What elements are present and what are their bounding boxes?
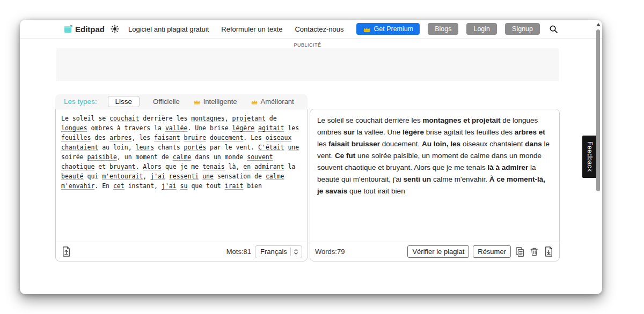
language-selected-value: Français <box>260 248 287 256</box>
sun-icon <box>110 24 120 34</box>
trash-icon <box>529 246 539 257</box>
crown-icon <box>193 99 201 104</box>
notepad-logo-icon <box>64 25 73 34</box>
brand-logo[interactable]: Editpad <box>64 25 105 34</box>
result-word-count: Words:79 <box>315 248 345 256</box>
tab-label: Améliorant <box>261 98 294 106</box>
page: Editpad Logiciel anti plagiat gratuit Re… <box>0 0 644 314</box>
login-button[interactable]: Login <box>466 23 497 35</box>
ad-label: PUBLICITÉ <box>56 42 559 48</box>
nav-link-paraphrase[interactable]: Reformuler un texte <box>221 25 282 33</box>
triangle-up-icon[interactable] <box>596 23 601 26</box>
nav-link-plagiarism[interactable]: Logiciel anti plagiat gratuit <box>128 25 209 33</box>
language-select[interactable]: Français <box>255 245 302 258</box>
tab-label: Officielle <box>153 98 180 106</box>
select-right <box>290 248 298 256</box>
tabs-caption: Les types: <box>64 98 97 106</box>
mode-tabs-bar: Les types: Lisse Officielle Intelligente… <box>55 94 308 109</box>
ad-placeholder <box>56 48 559 81</box>
tab-intelligente[interactable]: Intelligente <box>193 98 237 106</box>
tab-label: Intelligente <box>203 98 237 106</box>
summarize-button[interactable]: Résumer <box>473 245 511 258</box>
upload-file-button[interactable] <box>61 246 72 257</box>
check-plagiarism-button[interactable]: Vérifier le plagiat <box>407 245 469 258</box>
result-text[interactable]: Le soleil se couchait derrière les monta… <box>310 109 559 242</box>
blogs-button[interactable]: Blogs <box>428 23 458 35</box>
search-button[interactable] <box>549 25 558 34</box>
source-panel: Le soleil se couchait derrière les monta… <box>55 109 308 261</box>
scrollbar-thumb[interactable] <box>596 29 600 191</box>
crown-icon <box>251 99 258 104</box>
source-word-count: Mots:81 <box>226 248 251 256</box>
brand-name: Editpad <box>75 25 105 34</box>
get-premium-button[interactable]: Get Premium <box>356 23 420 35</box>
tab-ameliorant[interactable]: Améliorant <box>251 98 294 106</box>
nav-link-contact[interactable]: Contactez-nous <box>295 25 343 33</box>
file-download-icon <box>543 246 554 257</box>
download-button[interactable] <box>543 246 554 257</box>
source-text[interactable]: Le soleil se couchait derrière les monta… <box>56 109 307 242</box>
file-upload-icon <box>61 246 72 257</box>
chevron-up-down-icon <box>294 248 298 256</box>
copy-icon <box>515 246 525 257</box>
page-scrollbar[interactable] <box>596 21 601 293</box>
signup-button[interactable]: Signup <box>505 23 540 35</box>
app-window: Editpad Logiciel anti plagiat gratuit Re… <box>20 20 602 294</box>
top-navbar: Editpad Logiciel anti plagiat gratuit Re… <box>20 20 602 39</box>
result-panel: Le soleil se couchait derrière les monta… <box>310 109 560 261</box>
theme-toggle[interactable] <box>110 24 120 34</box>
feedback-tab[interactable]: Feedback <box>582 136 597 178</box>
source-toolbar: Mots:81 Français <box>56 242 307 261</box>
tab-label: Lisse <box>115 98 133 106</box>
result-toolbar: Words:79 Vérifier le plagiat Résumer <box>310 242 559 261</box>
tab-officielle[interactable]: Officielle <box>153 98 180 106</box>
crown-icon <box>363 26 371 32</box>
select-divider <box>290 248 291 256</box>
delete-button[interactable] <box>529 246 539 257</box>
copy-button[interactable] <box>515 246 525 257</box>
search-icon <box>549 25 558 34</box>
get-premium-label: Get Premium <box>374 25 414 33</box>
tab-lisse[interactable]: Lisse <box>108 96 140 107</box>
